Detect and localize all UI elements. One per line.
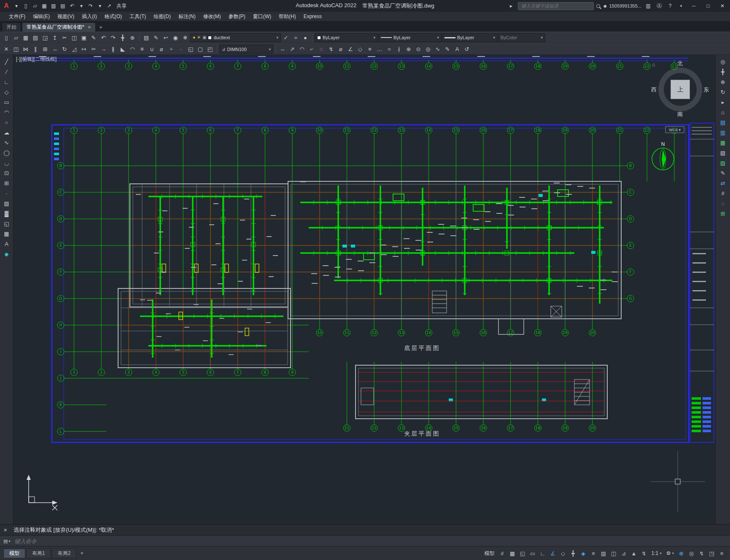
region-icon[interactable]: ◱ bbox=[2, 219, 11, 228]
model-paper-toggle[interactable]: 模型 bbox=[482, 550, 497, 557]
tab-close-icon[interactable]: ✕ bbox=[88, 25, 91, 30]
plot-icon[interactable]: ▤ bbox=[59, 2, 67, 10]
design-center-icon[interactable]: ▦ bbox=[718, 138, 727, 147]
undo-icon[interactable]: ↶ bbox=[99, 33, 108, 42]
dim-diameter-icon[interactable]: ⌀ bbox=[336, 45, 345, 54]
make-object-layer-current-icon[interactable]: ✓ bbox=[281, 33, 291, 42]
showmotion-icon[interactable]: ▸ bbox=[718, 98, 727, 107]
circle-icon[interactable]: ○ bbox=[2, 118, 11, 127]
qnew-icon[interactable]: ▯ bbox=[2, 33, 11, 42]
dynamic-input-icon[interactable]: ▭ bbox=[528, 548, 537, 558]
paste-icon[interactable]: ▣ bbox=[79, 33, 89, 42]
array-icon[interactable]: ⊞ bbox=[40, 45, 50, 54]
rotate-icon[interactable]: ↻ bbox=[60, 45, 69, 54]
offset-icon[interactable]: ∥ bbox=[31, 45, 40, 54]
explode-icon[interactable]: ✳ bbox=[137, 45, 147, 54]
ellipse-icon[interactable]: ◯ bbox=[2, 148, 11, 157]
undo-icon[interactable]: ↶ bbox=[68, 2, 76, 10]
dynamic-ucs-icon[interactable]: ⊿ bbox=[619, 548, 628, 558]
polyline-icon[interactable]: ∟ bbox=[2, 78, 11, 86]
ellipse-arc-icon[interactable]: ◡ bbox=[2, 159, 11, 167]
model-space-canvas[interactable]: [-][俯视][二维线框] 12345678910111213141516171… bbox=[13, 55, 715, 524]
save-icon[interactable]: ▦ bbox=[21, 33, 30, 42]
table-icon[interactable]: ▦ bbox=[2, 229, 11, 238]
search-icon[interactable] bbox=[596, 4, 600, 8]
autocad-logo-icon[interactable]: A bbox=[2, 2, 11, 10]
command-input[interactable] bbox=[13, 538, 727, 545]
menu-item-1[interactable]: 编辑(E) bbox=[29, 12, 54, 21]
mirror-icon[interactable]: ⋈ bbox=[21, 45, 30, 54]
extend-icon[interactable]: → bbox=[99, 45, 108, 54]
blocks-palette-icon[interactable]: ⊞ bbox=[718, 209, 727, 218]
plot-preview-icon[interactable]: ◲ bbox=[40, 33, 50, 42]
menu-item-3[interactable]: 插入(I) bbox=[78, 12, 100, 21]
open-icon[interactable]: ▱ bbox=[11, 33, 21, 42]
search-expand-icon[interactable]: ▸ bbox=[507, 2, 515, 10]
command-input-row[interactable]: ▤▾ bbox=[0, 536, 730, 546]
isolate-objects-icon[interactable]: ◎ bbox=[687, 548, 696, 558]
insert-block-icon[interactable]: ⊡ bbox=[2, 169, 11, 178]
lineweight-display-icon[interactable]: ≡ bbox=[588, 548, 598, 558]
linetype-dropdown[interactable]: ByLayer ▾ bbox=[378, 33, 442, 42]
copy-icon[interactable]: ◫ bbox=[70, 33, 79, 42]
graphics-performance-icon[interactable]: ↯ bbox=[697, 548, 706, 558]
dim-tolerance-icon[interactable]: ⊕ bbox=[404, 45, 413, 54]
autodesk-app-icon[interactable]: Ⓐ bbox=[655, 2, 663, 10]
workspace-switching[interactable]: ⚙ ▾ bbox=[664, 550, 676, 556]
dim-inspect-icon[interactable]: ◎ bbox=[423, 45, 433, 54]
measure-icon[interactable]: ⌀ bbox=[157, 45, 166, 54]
layer-previous-icon[interactable]: ↩ bbox=[161, 33, 170, 42]
close-button[interactable]: ✕ bbox=[717, 1, 728, 11]
object-color-dropdown[interactable]: ByLayer ▾ bbox=[315, 33, 378, 42]
undo-arrow-icon[interactable]: ▾ bbox=[77, 2, 86, 10]
annotation-visibility-icon[interactable]: ▲ bbox=[629, 548, 638, 558]
dim-edit-icon[interactable]: ✎ bbox=[443, 45, 452, 54]
viewcube-west-label[interactable]: 西 bbox=[651, 86, 657, 94]
dim-aligned-icon[interactable]: ⇗ bbox=[288, 45, 297, 54]
viewcube-north-label[interactable]: 北 bbox=[677, 60, 683, 67]
dim-break-icon[interactable]: ∤ bbox=[394, 45, 404, 54]
count-icon[interactable]: # bbox=[718, 189, 727, 198]
customization-icon[interactable]: ≡ bbox=[717, 548, 727, 558]
annotation-scale-dropdown[interactable]: 1:1 ▾ bbox=[649, 550, 663, 556]
search-input[interactable] bbox=[520, 3, 591, 9]
match-properties-icon[interactable]: ✎ bbox=[89, 33, 98, 42]
layer-walk-icon[interactable]: ≈ bbox=[291, 33, 300, 42]
pan-hand-icon[interactable]: ╋ bbox=[718, 67, 727, 76]
open-icon[interactable]: ▱ bbox=[31, 2, 39, 10]
menu-item-6[interactable]: 绘图(D) bbox=[150, 12, 175, 21]
drawing-svg[interactable]: 1234567891011121314151617181920212223112… bbox=[13, 55, 715, 524]
scale-icon[interactable]: ◿ bbox=[70, 45, 79, 54]
named-views-icon[interactable]: ▤ bbox=[718, 118, 727, 127]
menu-item-8[interactable]: 修改(M) bbox=[199, 12, 225, 21]
line-icon[interactable]: ╱ bbox=[2, 57, 11, 66]
selection-cycling-icon[interactable]: ◫ bbox=[609, 548, 618, 558]
ortho-mode-icon[interactable]: ∟ bbox=[538, 548, 547, 558]
zoom-extents-icon[interactable]: ⊕ bbox=[718, 78, 727, 86]
object-snap-tracking-icon[interactable]: ╋ bbox=[568, 548, 578, 558]
dim-center-mark-icon[interactable]: ⊙ bbox=[414, 45, 423, 54]
arc-icon[interactable]: ◠ bbox=[2, 108, 11, 117]
help-icon[interactable]: ? bbox=[666, 2, 674, 10]
dim-text-edit-icon[interactable]: A bbox=[453, 45, 462, 54]
zoom-realtime-icon[interactable]: ⊕ bbox=[128, 33, 137, 42]
dim-jogged-icon[interactable]: ↯ bbox=[326, 45, 336, 54]
point-style-icon[interactable]: ∙ bbox=[176, 45, 186, 54]
hatch-icon[interactable]: ▨ bbox=[2, 199, 11, 208]
save-icon[interactable]: ▦ bbox=[40, 2, 48, 10]
menu-item-4[interactable]: 格式(O) bbox=[101, 12, 126, 21]
break-icon[interactable]: ∦ bbox=[108, 45, 118, 54]
boundary-icon[interactable]: ▢ bbox=[196, 45, 205, 54]
drawing-compare-icon[interactable]: ⇄ bbox=[718, 179, 727, 188]
menu-item-10[interactable]: 窗口(W) bbox=[249, 12, 275, 21]
fillet-icon[interactable]: ◠ bbox=[128, 45, 137, 54]
dim-continue-icon[interactable]: … bbox=[375, 45, 384, 54]
tool-palettes-icon[interactable]: ▧ bbox=[718, 148, 727, 157]
transparency-icon[interactable]: ▨ bbox=[598, 548, 608, 558]
sheet-set-manager-icon[interactable]: ▨ bbox=[718, 159, 727, 167]
layer-off-icon[interactable]: ● bbox=[301, 33, 310, 42]
clean-screen-icon[interactable]: ◳ bbox=[707, 548, 717, 558]
menu-item-7[interactable]: 标注(N) bbox=[175, 12, 199, 21]
layer-properties-icon[interactable]: ▤ bbox=[142, 33, 151, 42]
properties-palette-icon[interactable]: ▥ bbox=[718, 128, 727, 137]
